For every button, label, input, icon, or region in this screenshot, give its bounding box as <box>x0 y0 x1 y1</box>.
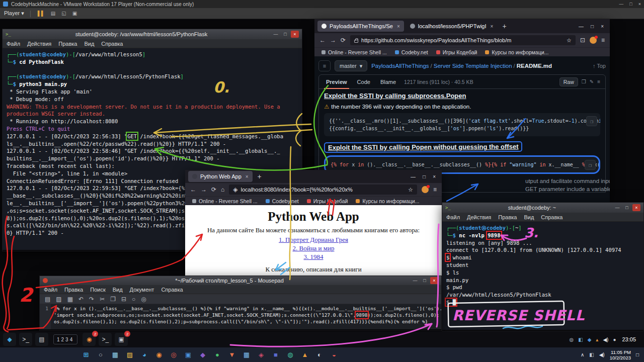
notifications-icon[interactable]: ● <box>613 337 616 342</box>
tab-close-icon[interactable]: × <box>246 174 249 179</box>
tab-python-web-app[interactable]: Python Web App × <box>188 171 253 182</box>
url-bar[interactable]: https://github.com/swisskyrepo/PayloadsA… <box>350 35 576 45</box>
close-button[interactable]: × <box>430 277 438 284</box>
bookmark-item[interactable]: Игры Кодебай <box>436 49 477 55</box>
start-button[interactable]: ⊞ <box>80 349 92 360</box>
maximize-button[interactable]: □ <box>623 204 631 211</box>
forward-icon[interactable]: → <box>330 37 336 44</box>
editor-titlebar[interactable]: *~/Рабочий стол/tmp_lesson_5 - Mousepad … <box>40 276 441 285</box>
editor-content[interactable]: {% for x in ().__class__.__base__.__subc… <box>51 304 441 329</box>
menu-icon[interactable]: ≡ <box>601 37 605 44</box>
new-tab-button[interactable]: + <box>499 22 509 30</box>
readme-heading-popen-offset[interactable]: Exploit the SSTI by calling Popen withou… <box>324 141 523 153</box>
close-button[interactable]: × <box>638 2 641 7</box>
raw-button[interactable]: Raw <box>559 77 578 86</box>
menu-item[interactable]: Справка <box>101 41 123 47</box>
app-icon-3[interactable]: ● <box>212 349 223 360</box>
menu-item[interactable]: Файл <box>446 214 460 220</box>
terminal-titlebar[interactable]: >_ student@codeby: ~ — □ × <box>442 203 643 213</box>
bookmark-star-icon[interactable]: ☆ <box>567 37 572 44</box>
file-tree-toggle-icon[interactable]: ≡ <box>318 60 331 71</box>
volume-icon[interactable]: ◀) <box>599 352 605 357</box>
url-bar[interactable]: ◈ localhost:8080/index?book={%%20for%20x… <box>229 185 417 195</box>
copy-code-icon[interactable]: ❐ <box>585 160 596 170</box>
terminal-window-netcat[interactable]: >_ student@codeby: ~ — □ × ФайлДействияП… <box>442 202 644 331</box>
vmware-icon[interactable]: ▦ <box>241 349 252 360</box>
ctrl-alt-del-button[interactable]: ▤ <box>51 11 55 16</box>
breadcrumb-repo-link[interactable]: PayloadsAllTheThings <box>371 63 429 69</box>
tab-close-icon[interactable]: × <box>491 24 494 29</box>
back-to-top-link[interactable]: ↑ Top <box>593 63 606 69</box>
maximize-button[interactable]: □ <box>629 2 632 7</box>
app-menu-icon[interactable]: ◆ <box>3 333 16 346</box>
branch-selector[interactable]: master▾ <box>335 60 367 71</box>
menu-item[interactable]: Справка <box>541 214 562 220</box>
app-icon-10[interactable]: ◒ <box>329 349 340 360</box>
app-icon-5[interactable]: ◈ <box>256 349 267 360</box>
app-icon-2[interactable]: ◆ <box>197 349 208 360</box>
book-link[interactable]: 2. Война и мир <box>185 244 442 252</box>
maximize-button[interactable]: □ <box>423 174 426 179</box>
taskbar-clock[interactable]: 11:05 PM 10/2/2023 <box>610 349 631 360</box>
tray-network-icon[interactable]: ◧ <box>578 337 583 342</box>
cut-icon[interactable]: ✂ <box>100 296 105 303</box>
book-link[interactable]: 1. Портрет Дориана Грея <box>185 236 442 244</box>
mousepad-window[interactable]: *~/Рабочий стол/tmp_lesson_5 - Mousepad … <box>39 276 442 331</box>
reload-icon[interactable]: ⟳ <box>211 186 216 193</box>
copy-icon[interactable]: ❐ <box>110 296 116 303</box>
maximize-button[interactable]: □ <box>591 24 594 29</box>
back-icon[interactable]: ← <box>319 37 326 44</box>
menu-item[interactable]: Правка <box>58 41 77 47</box>
app-icon-1[interactable]: ▣ <box>183 349 194 360</box>
menu-item[interactable]: Вид <box>84 41 94 47</box>
tab-preview[interactable]: Preview <box>324 75 349 89</box>
menu-item[interactable]: Правка <box>64 287 83 293</box>
forward-icon[interactable]: → <box>201 186 207 193</box>
panel-clock[interactable]: 23:05 <box>622 336 636 342</box>
minimize-button[interactable]: — <box>613 204 621 211</box>
paste-icon[interactable]: ⊟ <box>121 296 126 303</box>
extensions-icon[interactable]: ⊡ <box>580 37 585 44</box>
browser-edge-icon[interactable]: ◕ <box>139 349 150 360</box>
menu-item[interactable]: Справка <box>161 287 183 293</box>
save-file-icon[interactable]: ▦ <box>67 296 73 303</box>
maximize-button[interactable]: □ <box>421 277 429 284</box>
url-text[interactable]: localhost:8080/index?book={%%20for%20x% <box>241 187 406 193</box>
menu-icon[interactable]: ≡ <box>433 186 437 193</box>
editor-body[interactable]: 1 {% for x in ().__class__.__base__.__su… <box>40 304 441 329</box>
tray-update-icon[interactable]: ▴ <box>596 337 598 342</box>
account-icon[interactable] <box>422 186 429 193</box>
tab-localhost-phptwig[interactable]: localhost/lesson5/PHPTwigI × <box>406 21 498 32</box>
url-text[interactable]: https://github.com/swisskyrepo/PayloadsA… <box>361 37 564 43</box>
redo-icon[interactable]: ↷ <box>89 296 94 303</box>
minimize-button[interactable]: — <box>272 31 280 38</box>
open-file-icon[interactable]: ▨ <box>56 296 61 303</box>
menu-item[interactable]: Правка <box>498 214 517 220</box>
file-explorer-button[interactable]: ▨ <box>124 349 135 360</box>
reload-icon[interactable]: ⟳ <box>341 37 346 44</box>
fullscreen-button[interactable]: ◱ <box>61 11 66 16</box>
menu-item[interactable]: Файл <box>44 287 57 293</box>
tab-code[interactable]: Code <box>355 75 372 89</box>
close-button[interactable]: × <box>291 31 299 38</box>
minimize-button[interactable]: — <box>619 2 623 7</box>
find-icon[interactable]: ○ <box>132 296 135 303</box>
minimize-button[interactable]: — <box>411 174 416 179</box>
menu-item[interactable]: Документ <box>130 287 154 293</box>
bookmark-item[interactable]: Игры Кодебай <box>307 198 348 204</box>
terminal-task-icon[interactable]: >_ <box>99 333 112 346</box>
app-icon-8[interactable]: ▲ <box>299 349 310 360</box>
browser-firefox-icon[interactable]: ◉ <box>153 349 165 360</box>
menu-item[interactable]: Поиск <box>90 287 105 293</box>
bookmark-star-icon[interactable]: ☆ <box>408 187 413 193</box>
code-block-subprocess[interactable]: ❐{{''.__class__.mro()[1].__subclasses__(… <box>324 113 600 136</box>
maximize-button[interactable]: □ <box>281 31 289 38</box>
copy-code-icon[interactable]: ❐ <box>586 116 597 126</box>
close-button[interactable]: × <box>632 204 640 211</box>
app-icon-4[interactable]: ▼ <box>226 349 237 360</box>
tray-display-icon[interactable]: ◍ <box>569 337 574 342</box>
tray-expand-icon[interactable]: ∧ <box>581 352 584 357</box>
home-icon[interactable]: ⌂ <box>221 186 224 193</box>
copy-icon[interactable]: ❐ <box>582 79 586 84</box>
account-icon[interactable] <box>590 37 597 44</box>
